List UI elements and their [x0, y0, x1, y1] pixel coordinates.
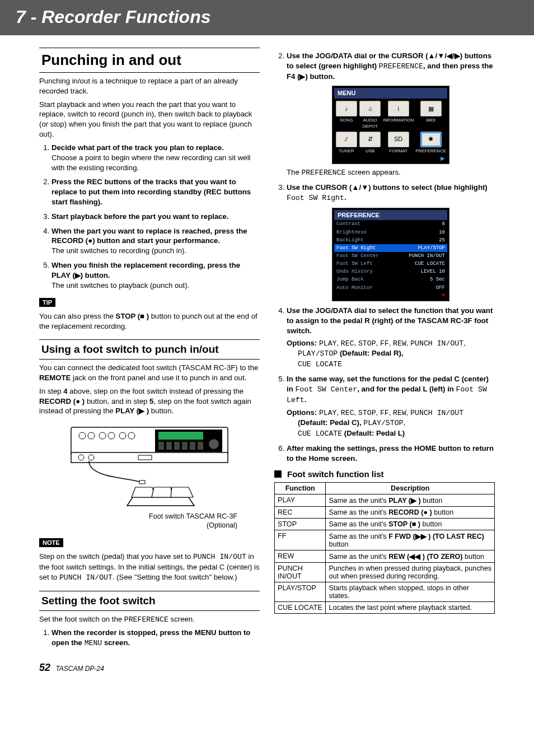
fs-rec: RECORD (● ) — [39, 397, 85, 405]
pref-row-value: PLAY/STOP — [418, 245, 445, 251]
punching-steps: Decide what part of the track you plan t… — [39, 143, 260, 291]
p4: FF — [380, 409, 389, 417]
menu-icon: ⎎ — [336, 132, 357, 147]
pref-row: Foot SW RightPLAY/STOP — [334, 244, 447, 252]
svg-point-3 — [88, 432, 95, 439]
fn-cell-desc: Same as the unit's PLAY (▶ ) button — [326, 494, 495, 506]
r-s3b: . — [344, 193, 346, 202]
pc2: , — [354, 408, 358, 417]
footswitch-svg-icon — [60, 422, 239, 511]
fn-cell-desc: Same as the unit's F FWD (▶▶ ) (TO LAST … — [326, 530, 495, 550]
pref-row-label: Undo History — [336, 268, 421, 275]
pref-row: Undo HistoryLEVEL 10 — [334, 268, 447, 276]
intro-p2: Start playback and when you reach the pa… — [39, 100, 260, 139]
r-step6-head: After making the settings, press the HOM… — [287, 444, 494, 463]
pref-row: Auto MonitorOFF — [334, 284, 447, 292]
menu-title: MENU — [334, 88, 447, 99]
table-row: CUE LOCATELocates the last point where p… — [275, 601, 495, 613]
r-step2-after: The PREFERENCE screen appears. — [287, 167, 495, 178]
svg-point-5 — [108, 432, 115, 439]
menu-item-tuner: ⎎TUNER — [335, 132, 357, 155]
pc4: , — [389, 408, 393, 417]
pref-row: Foot SW CenterPUNCH IN/OUT — [334, 252, 447, 260]
svg-rect-19 — [138, 455, 152, 460]
step1-body: Choose a point to begin where the new re… — [51, 153, 260, 173]
pref-row-value: 8 — [442, 221, 445, 227]
pref-row-value: 25 — [439, 237, 445, 244]
svg-point-7 — [128, 432, 135, 439]
set-s1b: screen. — [102, 638, 130, 647]
r-s3a: Use the CURSOR (▲/▼) buttons to select (… — [287, 183, 488, 192]
th-description: Description — [326, 482, 495, 494]
step4-body: The unit switches to recording (punch in… — [51, 246, 260, 256]
pc7: , — [403, 418, 405, 427]
svg-point-6 — [119, 432, 126, 439]
fn-cell-desc: Same as the unit's REW (◀◀ ) (TO ZERO) b… — [326, 550, 495, 562]
fs-p2b: 4 — [63, 387, 67, 395]
o1: PLAY — [319, 339, 337, 348]
svg-point-17 — [78, 455, 84, 460]
r-step5: In the same way, set the functions for t… — [287, 375, 489, 404]
r-s2-lcd: PREFERENCE — [379, 62, 423, 71]
tip-text: You can also press the STOP (■ ) button … — [39, 311, 260, 332]
fs-p2a: In step — [39, 387, 63, 395]
preference-screenshot: PREFERENCE Contrast8Brightness10BackLigh… — [332, 208, 449, 302]
o5: REW — [393, 339, 406, 348]
pref-row-label: Foot SW Right — [336, 245, 418, 251]
note-c: . (See "Setting the foot switch" below.) — [113, 573, 237, 581]
menu-icon: ▦ — [420, 101, 442, 116]
opts-label-l: Options: — [287, 408, 319, 417]
menu-item-information: iINFORMATION — [383, 101, 414, 130]
footswitch-function-table: Function Description PLAYSame as the uni… — [274, 482, 495, 614]
menu-item-label: USB — [359, 148, 381, 155]
o4: FF — [380, 339, 389, 348]
menu-item-label: MIDI — [415, 118, 446, 124]
step3-head: Start playback before the part you want … — [51, 212, 229, 221]
o-def-r: (Default: Pedal R), — [338, 349, 403, 357]
table-row: PUNCH IN/OUTPunches in when pressed duri… — [275, 562, 495, 582]
caption-line1: Foot switch TASCAM RC-3F — [39, 512, 237, 520]
fn-cell-desc: Same as the unit's STOP (■ ) button — [326, 518, 495, 530]
fn-cell-name: REW — [275, 550, 326, 562]
step4-head: When the part you want to replace is rea… — [51, 227, 247, 245]
r-s5b: , and for the pedal L (left) in — [357, 385, 456, 393]
page-footer: 52 TASCAM DP-24 — [0, 659, 534, 684]
pref-row: Jump Back5 Sec — [334, 276, 447, 283]
svg-rect-13 — [182, 442, 188, 450]
page-number: 52 — [39, 662, 50, 673]
table-row: PLAY/STOPStarts playback when stopped, s… — [275, 582, 495, 601]
fn-cell-desc: Same as the unit's RECORD (● ) button — [326, 506, 495, 518]
pref-row-value: OFF — [436, 284, 445, 291]
tip-tag: TIP — [39, 298, 55, 307]
left-column: Punching in and out Punching in/out is a… — [39, 48, 260, 653]
pref-row-label: Brightness — [336, 229, 439, 236]
fs-p1a: You can connect the dedicated foot switc… — [39, 363, 258, 372]
fn-cell-desc: Locates the last point where playback st… — [326, 601, 495, 613]
square-bullet-icon — [274, 470, 282, 478]
fn-cell-name: PLAY — [275, 494, 326, 506]
p5: REW — [393, 409, 406, 417]
menu-icon: ♫ — [359, 101, 381, 116]
menu-item-midi: ▦MIDI — [415, 101, 446, 130]
p-defl: (Default: Pedal L) — [342, 429, 405, 437]
setting-steps-right: Use the JOG/DATA dial or the CURSOR (▲/▼… — [274, 51, 495, 464]
fn-cell-name: STOP — [275, 518, 326, 530]
svg-point-2 — [79, 432, 86, 439]
fn-cell-name: PUNCH IN/OUT — [275, 562, 326, 582]
r-s2-after-a: The — [287, 168, 301, 176]
oc2: , — [354, 339, 358, 347]
note-text: Step on the switch (pedal) that you have… — [39, 552, 260, 582]
o2: REC — [341, 339, 354, 348]
oc3: , — [376, 339, 380, 347]
pref-row-value: PUNCH IN/OUT — [409, 253, 445, 259]
p8: CUE LOCATE — [298, 430, 342, 438]
r-s3-lcd: Foot SW Right — [287, 194, 344, 202]
set-step1: When the recorder is stopped, press the … — [51, 628, 250, 647]
fs-play: PLAY (▶ ) — [115, 407, 149, 415]
menu-item-label: TUNER — [335, 148, 357, 155]
svg-point-16 — [209, 439, 219, 449]
set-p1a: Set the foot switch on the — [39, 615, 124, 623]
menu-item-label: AUDIO DEPOT — [359, 118, 381, 130]
right-column: Use the JOG/DATA dial or the CURSOR (▲/▼… — [274, 48, 495, 653]
r-step3: Use the CURSOR (▲/▼) buttons to select (… — [287, 183, 488, 202]
